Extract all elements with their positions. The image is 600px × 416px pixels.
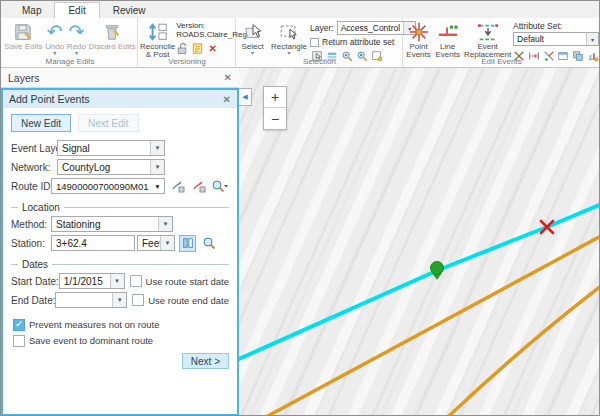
ribbon-tab-bar: Map Edit Review [1, 1, 599, 18]
collapse-pane-button[interactable]: ◀ [239, 88, 252, 106]
event-point-marker [431, 262, 444, 281]
delete-version-icon[interactable]: ✕ [206, 42, 219, 55]
collapse-left-icon: ◀ [242, 93, 247, 101]
zoom-to-route-icon[interactable] [211, 178, 228, 195]
tab-review[interactable]: Review [100, 3, 159, 18]
use-route-end-date-label: Use route end date [148, 295, 229, 306]
end-date-arrow-icon: ▾ [112, 293, 126, 307]
end-date-label: End Date: [11, 295, 55, 306]
group-label-selection: Selection [237, 57, 402, 67]
station-label: Station: [11, 238, 51, 249]
zoom-out-button[interactable]: − [264, 108, 286, 129]
event-replacement-icon [476, 21, 500, 43]
group-edit-events: Point Events Line Events Event Replaceme… [404, 18, 599, 67]
use-route-start-date-label: Use route start date [146, 276, 229, 287]
method-label: Method: [11, 219, 51, 230]
next-button[interactable]: Next > [182, 353, 229, 369]
route-id-combo[interactable]: 14900000700090M01 ▼ [51, 178, 165, 194]
pick-location-icon[interactable] [179, 235, 196, 252]
layer-label: Layer: [310, 23, 334, 33]
route-id-combo-arrow-icon: ▼ [151, 183, 164, 190]
left-pane-column: Layers ✕ Add Point Events ✕ New Edit Nex… [1, 68, 239, 416]
reconcile-post-button[interactable]: Reconcile& Post [139, 20, 176, 60]
save-edits-button[interactable]: Save Edits [3, 20, 43, 51]
reconcile-icon [147, 21, 169, 43]
arcgis-pro-window: Map Edit Review Save Edits ↶ Undo ▾ [0, 0, 600, 416]
redo-icon: ↷ [68, 21, 84, 43]
route-id-label: Route ID: [11, 181, 51, 192]
layers-close-icon[interactable]: ✕ [224, 72, 232, 83]
network-select[interactable]: CountyLog ▾ [57, 159, 165, 175]
event-layer-arrow-icon: ▾ [150, 141, 164, 155]
group-manage-edits: Save Edits ↶ Undo ▾ ↷ Redo ▾ Discard Edi… [3, 18, 138, 67]
select-tool-icon [242, 21, 264, 43]
rectangle-button[interactable]: Rectangle ▾ [268, 20, 310, 56]
pane-close-icon[interactable]: ✕ [223, 94, 231, 105]
start-date-label: Start Date: [11, 276, 59, 287]
tab-map[interactable]: Map [9, 3, 54, 18]
zoom-to-location-icon[interactable] [200, 235, 217, 252]
line-events-button[interactable]: Line Events [433, 20, 462, 60]
use-route-end-date-checkbox[interactable]: ✓ [132, 294, 144, 306]
attribute-set-arrow-icon: ▾ [586, 33, 598, 45]
select-button[interactable]: Select ▾ [237, 20, 268, 56]
return-attribute-set-checkbox[interactable] [310, 38, 319, 47]
event-layer-select[interactable]: Signal ▾ [57, 140, 165, 156]
save-dominant-route-checkbox[interactable]: ✓ [13, 335, 25, 347]
map-zoom-control: + − [263, 86, 287, 130]
attribute-set-label: Attribute Set: [513, 21, 599, 31]
pane-title: Add Point Events [9, 93, 223, 105]
undo-icon: ↶ [47, 21, 63, 43]
save-icon [13, 21, 33, 43]
group-versioning: Reconcile& Post Version: ROADS.Claire_Re… [139, 18, 236, 67]
attribute-set-select[interactable]: Default ▾ [513, 32, 599, 46]
trash-icon [102, 21, 122, 43]
use-route-start-date-checkbox[interactable]: ✓ [130, 275, 142, 287]
group-label-manage-edits: Manage Edits [3, 57, 137, 67]
discard-edits-button[interactable]: Discard Edits [88, 20, 137, 51]
add-point-events-header: Add Point Events ✕ [3, 90, 237, 108]
version-label: Version: [176, 21, 235, 30]
highlight-route-icon[interactable] [190, 178, 207, 195]
new-version-icon[interactable] [191, 42, 204, 55]
layers-pane-header: Layers ✕ [1, 68, 239, 88]
undo-button[interactable]: ↶ Undo ▾ [44, 20, 65, 56]
event-replacement-button[interactable]: Event Replacement [462, 20, 513, 60]
group-selection: Select ▾ Rectangle ▾ Layer: Access_Contr… [237, 18, 403, 67]
add-point-events-body: New Edit Next Edit Event Layer: Signal ▾… [3, 108, 237, 414]
new-edit-button[interactable]: New Edit [11, 114, 71, 132]
end-date-select[interactable]: ▾ [55, 292, 127, 308]
unlock-version-icon[interactable] [176, 42, 189, 55]
ribbon: Save Edits ↶ Undo ▾ ↷ Redo ▾ Discard Edi… [1, 18, 599, 68]
redo-button[interactable]: ↷ Redo ▾ [66, 20, 87, 56]
undo-dropdown-caret[interactable]: ▾ [53, 51, 56, 56]
select-dropdown-caret[interactable]: ▾ [251, 51, 254, 56]
line-events-icon [437, 21, 459, 43]
map-view[interactable]: ◀ + − [239, 68, 599, 416]
choose-route-icon[interactable] [169, 178, 186, 195]
method-arrow-icon: ▾ [158, 217, 172, 231]
zoom-in-button[interactable]: + [264, 87, 286, 108]
point-events-button[interactable]: Point Events [404, 20, 433, 60]
dates-section-title: Dates [22, 259, 48, 270]
next-edit-button: Next Edit [78, 114, 139, 132]
map-graphics [239, 68, 599, 416]
station-units-arrow-icon: ▾ [160, 236, 174, 250]
save-dominant-route-label: Save event to dominant route [29, 335, 153, 346]
station-input[interactable] [51, 235, 135, 251]
rectangle-dropdown-caret[interactable]: ▾ [287, 51, 290, 56]
prevent-measures-checkbox[interactable]: ✓ [13, 319, 25, 331]
redo-dropdown-caret[interactable]: ▾ [75, 51, 78, 56]
rectangle-select-icon [278, 21, 300, 43]
group-label-edit-events: Edit Events [404, 57, 599, 67]
add-point-events-pane: Add Point Events ✕ New Edit Next Edit Ev… [1, 88, 239, 416]
prevent-measures-label: Prevent measures not on route [29, 319, 159, 330]
station-units-select[interactable]: Feet ▾ [137, 235, 175, 251]
location-section-separator: Location [11, 201, 229, 213]
network-arrow-icon: ▾ [150, 160, 164, 174]
return-attribute-set-label: Return attribute set [322, 37, 394, 47]
group-label-versioning: Versioning [139, 57, 235, 67]
start-date-select[interactable]: 1/1/2015 ▾ [59, 273, 125, 289]
method-select[interactable]: Stationing ▾ [51, 216, 173, 232]
tab-edit[interactable]: Edit [54, 2, 99, 18]
